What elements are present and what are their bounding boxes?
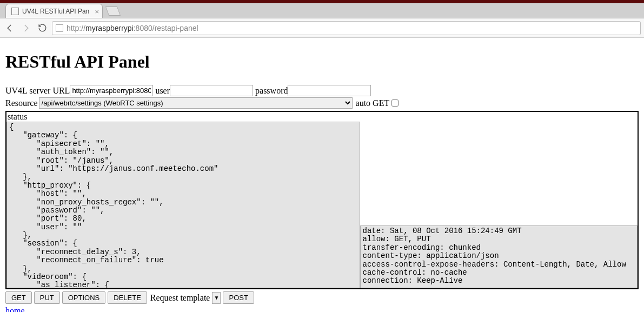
address-url: http://myraspberrypi:8080/restapi-panel	[67, 24, 198, 32]
page-favicon	[11, 8, 19, 15]
get-button[interactable]: GET	[5, 291, 32, 304]
home-link[interactable]: home	[5, 306, 25, 312]
user-label: user	[155, 86, 170, 96]
response-headers-area[interactable]	[360, 225, 638, 288]
status-label: status	[6, 112, 360, 122]
options-button[interactable]: OPTIONS	[62, 291, 106, 304]
page-icon	[56, 24, 63, 32]
auto-get-label: auto GET	[356, 98, 390, 108]
tab-title: UV4L RESTful API Pan	[22, 8, 89, 15]
resource-label: Resource	[5, 98, 38, 108]
auto-get-checkbox[interactable]	[391, 99, 399, 107]
resource-select[interactable]: /api/webrtc/settings (WebRTC settings)	[39, 97, 353, 109]
response-body-area[interactable]	[6, 122, 360, 288]
back-button[interactable]	[3, 22, 16, 35]
browser-tab[interactable]: UV4L RESTful API Pan ×	[5, 4, 103, 18]
panel-left: status	[6, 112, 360, 288]
browser-toolbar: http://myraspberrypi:8080/restapi-panel	[0, 18, 644, 38]
page-title: RESTful API Panel	[5, 52, 639, 72]
close-tab-icon[interactable]: ×	[95, 7, 99, 15]
delete-button[interactable]: DELETE	[108, 291, 147, 304]
post-button[interactable]: POST	[223, 291, 254, 304]
new-tab-button[interactable]	[105, 6, 121, 16]
forward-button[interactable]	[19, 22, 32, 35]
browser-tabstrip: UV4L RESTful API Pan ×	[0, 3, 644, 18]
password-label: password	[255, 86, 288, 96]
request-template-select[interactable]: ▼	[212, 292, 221, 304]
page-content: RESTful API Panel UV4L server URL user p…	[0, 38, 644, 312]
reload-button[interactable]	[36, 22, 49, 35]
server-url-input[interactable]	[70, 85, 153, 96]
response-panel: status	[5, 111, 639, 289]
panel-right	[360, 112, 638, 288]
address-bar[interactable]: http://myraspberrypi:8080/restapi-panel	[52, 21, 641, 35]
user-input[interactable]	[170, 85, 253, 96]
server-url-label: UV4L server URL	[5, 86, 70, 96]
request-body-area[interactable]	[360, 112, 638, 225]
password-input[interactable]	[288, 85, 371, 96]
request-template-label: Request template	[150, 293, 210, 303]
put-button[interactable]: PUT	[34, 291, 60, 304]
